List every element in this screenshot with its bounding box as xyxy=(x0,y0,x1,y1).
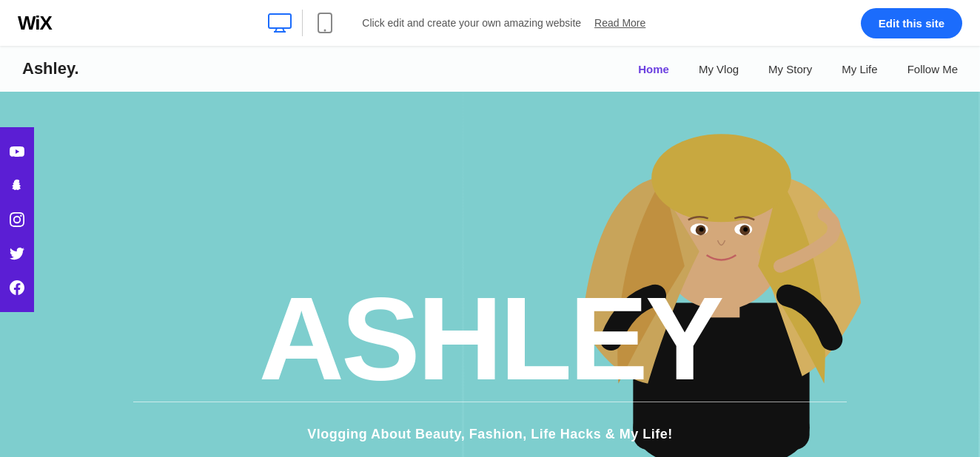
wix-logo: WiX xyxy=(18,12,52,35)
edit-site-button[interactable]: Edit this site xyxy=(861,8,962,38)
site-preview: Ashley. Home My Vlog My Story My Life Fo… xyxy=(0,46,980,457)
nav-my-story[interactable]: My Story xyxy=(768,63,812,75)
device-switcher: Click edit and create your own amazing w… xyxy=(266,10,645,36)
site-logo: Ashley. xyxy=(22,59,79,78)
svg-point-11 xyxy=(651,134,791,222)
site-navigation: Ashley. Home My Vlog My Story My Life Fo… xyxy=(0,46,980,92)
nav-follow-me[interactable]: Follow Me xyxy=(907,63,958,75)
nav-links: Home My Vlog My Story My Life Follow Me xyxy=(638,63,958,75)
mobile-icon[interactable] xyxy=(312,10,338,36)
hero-section: ASHLEY Vlogging About Beauty, Fashion, L… xyxy=(0,46,980,457)
wix-toolbar: WiX Click edit and create your own amazi… xyxy=(0,0,980,46)
svg-point-17 xyxy=(743,227,748,231)
youtube-icon[interactable] xyxy=(0,135,34,169)
hero-subtitle: Vlogging About Beauty, Fashion, Life Hac… xyxy=(307,427,673,442)
facebook-icon[interactable] xyxy=(0,271,34,305)
svg-rect-0 xyxy=(269,14,291,28)
wix-message: Click edit and create your own amazing w… xyxy=(362,17,581,29)
hero-divider xyxy=(133,402,847,402)
device-divider xyxy=(302,10,303,36)
nav-my-vlog[interactable]: My Vlog xyxy=(699,63,739,75)
wix-bar-left: WiX xyxy=(18,12,52,35)
svg-point-5 xyxy=(324,30,326,32)
hero-name: ASHLEY xyxy=(259,280,722,398)
social-sidebar xyxy=(0,127,34,312)
desktop-icon[interactable] xyxy=(266,10,293,36)
twitter-icon[interactable] xyxy=(0,237,34,271)
nav-my-life[interactable]: My Life xyxy=(842,63,877,75)
snapchat-icon[interactable] xyxy=(0,169,34,203)
instagram-icon[interactable] xyxy=(0,203,34,237)
nav-home[interactable]: Home xyxy=(638,63,669,75)
read-more-link[interactable]: Read More xyxy=(594,17,645,29)
svg-point-16 xyxy=(699,227,703,231)
